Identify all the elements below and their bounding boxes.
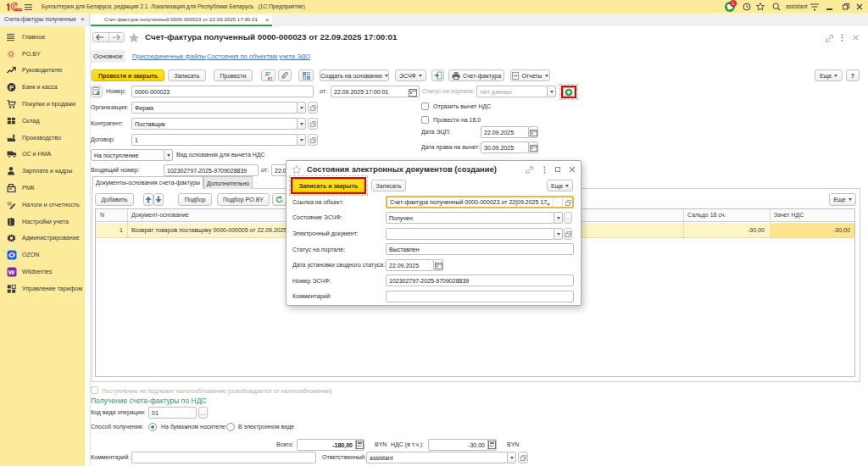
svg-text:Р: Р (9, 84, 14, 92)
svg-text:W: W (8, 269, 15, 276)
svg-text:%: % (7, 200, 12, 206)
